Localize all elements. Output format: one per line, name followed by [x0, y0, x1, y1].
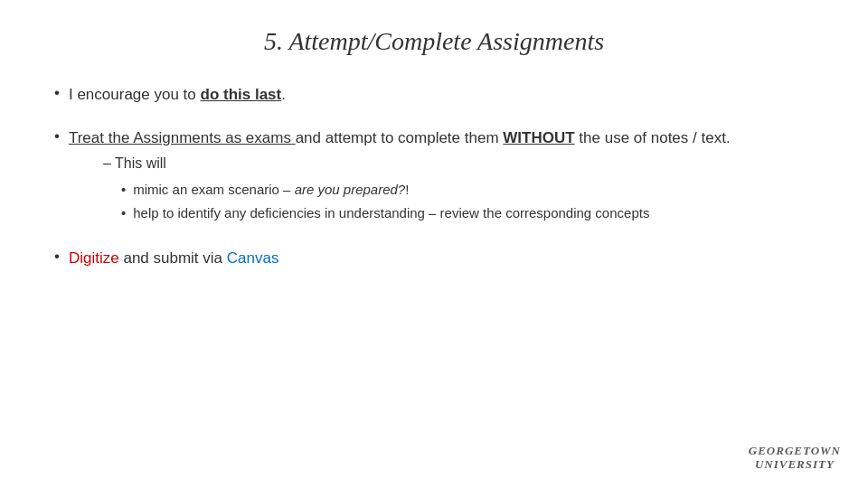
content-area: • I encourage you to do this last. • Tre…	[54, 83, 814, 270]
bullet2-after: the use of notes / text.	[575, 129, 731, 146]
sub1-after: !	[405, 182, 409, 197]
logo-line2: UNIVERSITY	[749, 457, 841, 472]
bullet-item-2: • Treat the Assignments as exams and att…	[54, 127, 814, 228]
bullet-text-1: I encourage you to do this last.	[69, 83, 814, 107]
sub-bullet-text-2: help to identify any deficiencies in und…	[133, 203, 649, 222]
bullet3-canvas: Canvas	[227, 249, 279, 267]
dash-label: – This will	[103, 153, 166, 174]
sub-bullet-dot-2: •	[121, 203, 126, 222]
bullet-dot-2: •	[54, 127, 60, 145]
bullet-dot-3: •	[54, 248, 60, 266]
sub-bullet-item-2: • help to identify any deficiencies in u…	[121, 203, 814, 222]
bullet2-without: WITHOUT	[503, 129, 574, 146]
bullet3-middle: and submit via	[119, 249, 227, 267]
bullet-item-1: • I encourage you to do this last.	[54, 83, 814, 107]
bullet1-before: I encourage you to	[69, 86, 201, 103]
sub-list: – This will • mimic an exam scenario – a…	[96, 153, 814, 222]
dash-item: – This will	[96, 153, 814, 174]
bullet3-digitize: Digitize	[69, 249, 119, 267]
bullet-text-2: Treat the Assignments as exams and attem…	[69, 127, 814, 228]
bullet-dot-1: •	[54, 84, 60, 102]
bullet2-middle: and attempt to complete them	[296, 129, 504, 146]
sub1-italic: are you prepared?	[295, 182, 406, 197]
bullet-text-3: Digitize and submit via Canvas	[69, 247, 814, 270]
logo-line1: GEORGETOWN	[749, 444, 841, 458]
sub-bullet-text-1: mimic an exam scenario – are you prepare…	[133, 180, 409, 199]
slide: 5. Attempt/Complete Assignments • I enco…	[0, 0, 868, 488]
sub-bullet-dot-1: •	[121, 180, 126, 199]
sub-bullets: • mimic an exam scenario – are you prepa…	[121, 180, 814, 222]
sub-bullet-item-1: • mimic an exam scenario – are you prepa…	[121, 180, 814, 199]
slide-title: 5. Attempt/Complete Assignments	[54, 27, 814, 56]
georgetown-logo: GEORGETOWN UNIVERSITY	[749, 444, 841, 472]
bullet-item-3: • Digitize and submit via Canvas	[54, 247, 814, 270]
bullet1-highlight: do this last	[201, 86, 282, 103]
bullet2-before: Treat the Assignments as exams	[69, 129, 296, 146]
sub1-before: mimic an exam scenario –	[133, 182, 294, 197]
bullet1-after: .	[281, 86, 286, 103]
